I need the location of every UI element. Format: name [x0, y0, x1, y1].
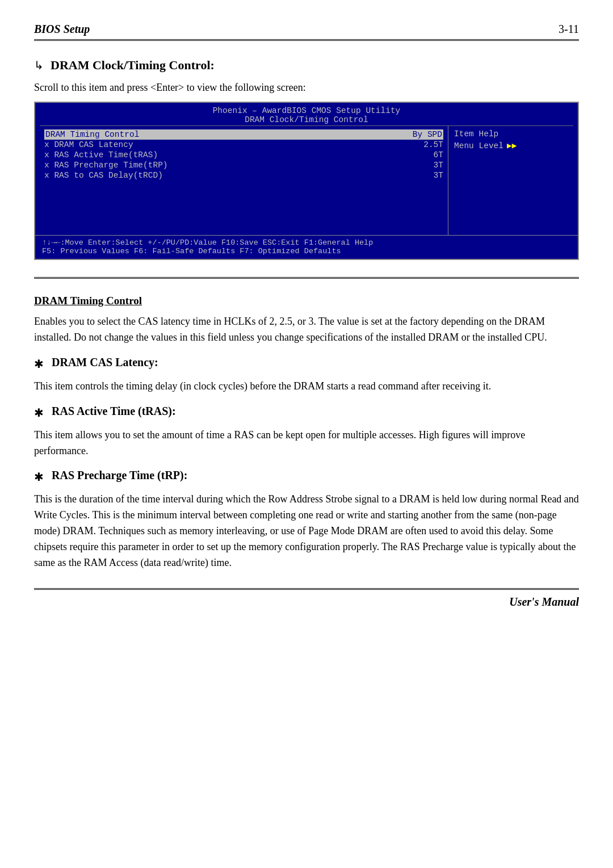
ras-active-item: ✱ RAS Active Time (tRAS):	[34, 405, 579, 420]
ras-active-title: RAS Active Time (tRAS):	[52, 405, 176, 418]
bios-row-ras-active[interactable]: x RAS Active Time(tRAS) 6T	[44, 150, 443, 160]
dram-cas-body: This item controls the timing delay (in …	[34, 379, 579, 395]
dram-cas-icon: ✱	[34, 357, 44, 371]
dram-cas-title: DRAM CAS Latency:	[52, 356, 158, 369]
intro-text: Scroll to this item and press <Enter> to…	[34, 82, 579, 94]
bios-row-label-ras-to-cas: x RAS to CAS Delay(tRCD)	[44, 171, 163, 180]
bios-menu-level: Menu Level ▶▶	[454, 141, 568, 150]
bios-row-cas-latency[interactable]: x DRAM CAS Latency 2.5T	[44, 140, 443, 150]
bios-row-value-ras-precharge: 3T	[434, 161, 443, 170]
ras-active-icon: ✱	[34, 406, 44, 420]
page-header: BIOS Setup 3-11	[34, 23, 579, 41]
ras-precharge-content: RAS Precharge Time (tRP):	[52, 469, 187, 482]
dram-cas-item: ✱ DRAM CAS Latency:	[34, 356, 579, 371]
section-icon: ↳	[34, 58, 44, 72]
section-divider-1	[34, 277, 579, 279]
bios-footer: ↑↓→←:Move Enter:Select +/-/PU/PD:Value F…	[35, 235, 578, 259]
bios-row-label-dram-timing: DRAM Timing Control	[45, 130, 139, 139]
bios-row-value-ras-to-cas: 3T	[434, 171, 443, 180]
page-footer: User's Manual	[34, 588, 579, 609]
bios-footer-text2: F5: Previous Values F6: Fail-Safe Defaul…	[42, 247, 341, 255]
bios-footer-text1: ↑↓→←:Move Enter:Select +/-/PU/PD:Value F…	[42, 238, 373, 247]
bios-menu-level-arrows: ▶▶	[507, 141, 517, 150]
ras-precharge-item: ✱ RAS Precharge Time (tRP):	[34, 469, 579, 484]
bios-row-value-dram-timing: By SPD	[413, 130, 442, 139]
header-chapter: BIOS Setup	[34, 23, 90, 36]
bios-row-ras-precharge[interactable]: x RAS Precharge Time(tRP) 3T	[44, 160, 443, 170]
bios-menu-level-label: Menu Level	[454, 141, 503, 150]
footer-text: User's Manual	[509, 596, 579, 609]
bios-row-label-cas: x DRAM CAS Latency	[44, 140, 133, 149]
bios-settings-panel: DRAM Timing Control By SPD x DRAM CAS La…	[40, 126, 448, 235]
bios-spacer	[44, 181, 443, 232]
bios-row-ras-to-cas[interactable]: x RAS to CAS Delay(tRCD) 3T	[44, 170, 443, 181]
section-heading: DRAM Clock/Timing Control:	[51, 58, 215, 73]
dram-timing-section: DRAM Timing Control Enables you to selec…	[34, 295, 579, 346]
bios-screen: Phoenix – AwardBIOS CMOS Setup Utility D…	[34, 102, 579, 260]
bios-body: DRAM Timing Control By SPD x DRAM CAS La…	[40, 125, 573, 235]
bios-footer-line2: F5: Previous Values F6: Fail-Safe Defaul…	[42, 247, 571, 255]
ras-active-content: RAS Active Time (tRAS):	[52, 405, 176, 418]
bios-title-line1: Phoenix – AwardBIOS CMOS Setup Utility	[35, 106, 578, 115]
ras-precharge-body: This is the duration of the time interva…	[34, 492, 579, 571]
bios-help-panel: Item Help Menu Level ▶▶	[448, 126, 573, 235]
dram-timing-title: DRAM Timing Control	[34, 295, 579, 307]
section-title-block: ↳ DRAM Clock/Timing Control:	[34, 58, 579, 73]
bios-title-line2: DRAM Clock/Timing Control	[35, 115, 578, 124]
dram-timing-body: Enables you to select the CAS latency ti…	[34, 314, 579, 346]
header-page-number: 3-11	[559, 23, 579, 36]
ras-precharge-icon: ✱	[34, 470, 44, 484]
bios-row-dram-timing[interactable]: DRAM Timing Control By SPD	[44, 129, 443, 140]
bios-item-help-label: Item Help	[454, 129, 568, 139]
dram-cas-content: DRAM CAS Latency:	[52, 356, 158, 369]
ras-active-body: This item allows you to set the amount o…	[34, 427, 579, 459]
ras-precharge-title: RAS Precharge Time (tRP):	[52, 469, 187, 482]
bios-row-label-ras-precharge: x RAS Precharge Time(tRP)	[44, 161, 168, 170]
bios-row-label-ras-active: x RAS Active Time(tRAS)	[44, 150, 158, 160]
bios-row-value-ras-active: 6T	[434, 150, 443, 160]
bios-row-value-cas: 2.5T	[423, 140, 443, 149]
bios-footer-line1: ↑↓→←:Move Enter:Select +/-/PU/PD:Value F…	[42, 238, 571, 247]
bios-title: Phoenix – AwardBIOS CMOS Setup Utility D…	[35, 103, 578, 125]
